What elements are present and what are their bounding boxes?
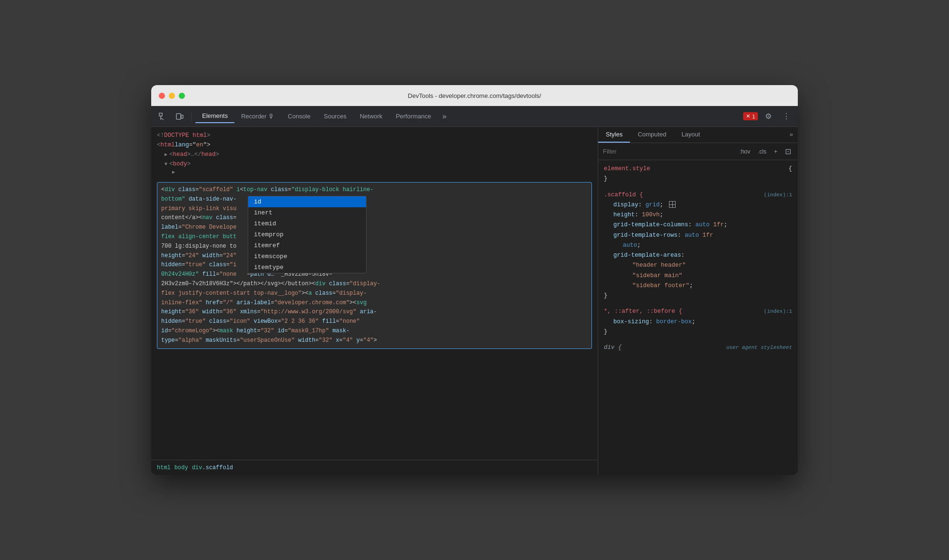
styles-content: element.style { } .scaffold { (index):1	[598, 160, 798, 475]
devtools-main: <!DOCTYPE html> <html lang="en"> ▶ <head…	[151, 127, 798, 475]
css-source-scaffold[interactable]: (index):1	[764, 191, 792, 200]
autocomplete-item-id[interactable]: id	[248, 196, 366, 207]
tab-layout[interactable]: Layout	[674, 127, 707, 143]
toolbar-right: ✕ 1 ⚙ ⋮	[743, 109, 794, 124]
css-selector-element-style: element.style	[604, 164, 650, 174]
error-count: 1	[752, 114, 755, 119]
add-style-button[interactable]: +	[772, 147, 779, 156]
tab-computed[interactable]: Computed	[630, 127, 674, 143]
head-line[interactable]: ▶ <head>…</head>	[157, 150, 592, 159]
cls-button[interactable]: .cls	[756, 147, 768, 156]
autocomplete-dropdown: id inert itemid itemprop itemref itemsco…	[248, 196, 367, 273]
selected-code-block[interactable]: <div class="scaffold" i<top-nav class="d…	[157, 182, 592, 349]
tab-bar: Elements Recorder 🎙 Console Sources Netw…	[195, 109, 741, 123]
traffic-lights	[159, 93, 185, 99]
breadcrumb-html[interactable]: html	[157, 464, 171, 471]
breadcrumb-body[interactable]: body	[174, 464, 188, 471]
window-title: DevTools - developer.chrome.com/tags/dev…	[408, 92, 541, 99]
toolbar-divider	[191, 112, 192, 121]
code-content: <div class="scaffold" i<top-nav class="d…	[161, 185, 588, 346]
css-selector-scaffold: .scaffold {	[604, 190, 643, 200]
breadcrumb-scaffold[interactable]: div.scaffold	[192, 464, 233, 471]
devtools-window: DevTools - developer.chrome.com/tags/dev…	[151, 85, 798, 475]
css-rule-div-ua: div { user agent stylesheet	[604, 343, 792, 353]
body-line[interactable]: ▼ <body>	[157, 159, 592, 169]
tab-styles[interactable]: Styles	[598, 127, 630, 143]
body-child-arrow[interactable]: ▶	[157, 169, 592, 176]
autocomplete-item-itemid[interactable]: itemid	[248, 218, 366, 229]
more-options-button[interactable]: ⋮	[779, 109, 794, 124]
autocomplete-item-itemprop[interactable]: itemprop	[248, 229, 366, 240]
css-selector-div: div {	[604, 343, 622, 353]
grid-icon[interactable]	[669, 201, 676, 208]
tab-performance[interactable]: Performance	[389, 110, 437, 123]
settings-button[interactable]: ⚙	[761, 109, 776, 124]
tab-sources[interactable]: Sources	[317, 110, 353, 123]
elements-panel: <!DOCTYPE html> <html lang="en"> ▶ <head…	[151, 127, 598, 475]
tab-console[interactable]: Console	[281, 110, 317, 123]
autocomplete-item-itemref[interactable]: itemref	[248, 240, 366, 251]
svg-rect-4	[181, 115, 183, 118]
styles-filter-bar: :hov .cls + ⊡	[598, 143, 798, 160]
tab-elements[interactable]: Elements	[195, 109, 234, 123]
devtools-toolbar: Elements Recorder 🎙 Console Sources Netw…	[151, 106, 798, 127]
css-rule-scaffold: .scaffold { (index):1 display: grid; hei…	[604, 190, 792, 301]
css-rule-element-style: element.style { }	[604, 164, 792, 184]
error-icon: ✕	[746, 113, 750, 119]
svg-rect-3	[176, 114, 181, 119]
autocomplete-item-inert[interactable]: inert	[248, 207, 366, 218]
refresh-button[interactable]: ⊡	[783, 146, 793, 157]
minimize-button[interactable]	[169, 93, 175, 99]
html-tag-line: <html lang="en">	[157, 140, 592, 150]
svg-rect-0	[159, 113, 162, 116]
hov-button[interactable]: :hov	[737, 147, 752, 156]
error-badge[interactable]: ✕ 1	[743, 112, 758, 120]
code-area[interactable]: <div class="scaffold" i<top-nav class="d…	[151, 180, 598, 460]
autocomplete-item-itemtype[interactable]: itemtype	[248, 262, 366, 273]
css-rule-universal: *, ::after, ::before { (index):1 box-siz…	[604, 307, 792, 337]
close-button[interactable]	[159, 93, 165, 99]
styles-tabs: Styles Computed Layout »	[598, 127, 798, 143]
more-tabs-button[interactable]: »	[438, 110, 451, 123]
maximize-button[interactable]	[179, 93, 185, 99]
title-bar: DevTools - developer.chrome.com/tags/dev…	[151, 85, 798, 106]
breadcrumb-bar: html body div.scaffold	[151, 460, 598, 475]
styles-filter-input[interactable]	[603, 148, 734, 155]
autocomplete-item-itemscope[interactable]: itemscope	[248, 251, 366, 262]
html-tree: <!DOCTYPE html> <html lang="en"> ▶ <head…	[151, 127, 598, 180]
css-selector-universal: *, ::after, ::before {	[604, 307, 682, 317]
device-toolbar-button[interactable]	[172, 109, 187, 124]
tab-network[interactable]: Network	[353, 110, 389, 123]
styles-panel: Styles Computed Layout » :hov .cls + ⊡ e…	[598, 127, 798, 475]
svg-line-2	[161, 118, 164, 120]
doctype-line: <!DOCTYPE html>	[157, 131, 592, 140]
css-source-universal[interactable]: (index):1	[764, 307, 792, 316]
css-source-ua: user agent stylesheet	[726, 343, 792, 352]
element-picker-button[interactable]	[155, 109, 170, 124]
styles-more-button[interactable]: »	[785, 127, 798, 143]
tab-recorder[interactable]: Recorder 🎙	[234, 110, 281, 123]
